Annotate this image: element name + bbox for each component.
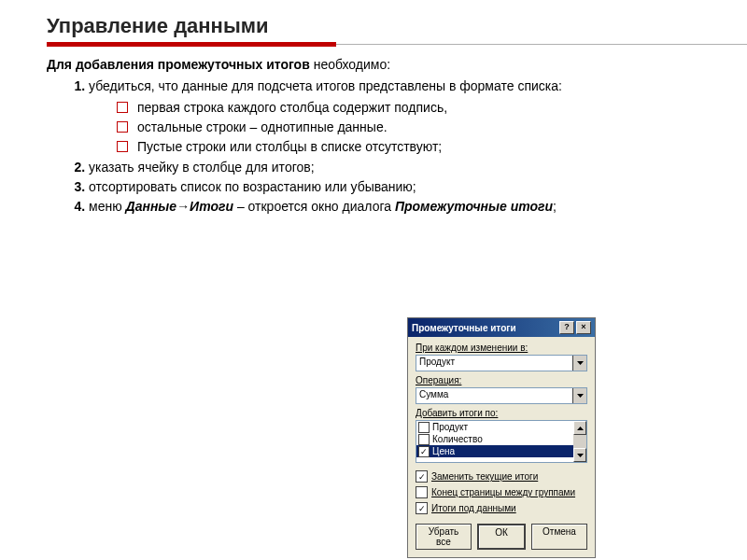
remove-all-button[interactable]: Убрать все bbox=[416, 524, 472, 550]
item4-dialog-name: Промежуточные итоги bbox=[395, 199, 553, 214]
checkbox-icon[interactable] bbox=[418, 434, 430, 445]
checkbox-pagebreak-row[interactable]: Конец страницы между группами bbox=[416, 486, 587, 498]
combo-operation-value: Сумма bbox=[416, 388, 572, 403]
label-at-change: При каждом изменении в: bbox=[416, 343, 587, 353]
item4-menu-totals: Итоги bbox=[190, 199, 233, 214]
chevron-down-icon[interactable] bbox=[573, 448, 586, 462]
checkbox-pagebreak-label: Конец страницы между группами bbox=[431, 487, 575, 497]
item4-p1: меню bbox=[89, 199, 126, 214]
list-item-label: Цена bbox=[432, 446, 455, 456]
add-totals-listbox[interactable]: Продукт Количество ✓ Цена bbox=[416, 420, 587, 463]
svg-marker-1 bbox=[577, 394, 584, 398]
cancel-button[interactable]: Отмена bbox=[531, 524, 587, 550]
slide-title: Управление данными bbox=[47, 14, 710, 38]
intro-line: Для добавления промежуточных итогов необ… bbox=[47, 56, 710, 74]
chevron-down-icon[interactable] bbox=[572, 356, 586, 371]
dialog-titlebar[interactable]: Промежуточные итоги ? × bbox=[408, 318, 595, 337]
checkbox-icon[interactable] bbox=[418, 422, 430, 433]
item4-menu-data: Данные bbox=[126, 199, 177, 214]
list-item-4: меню Данные→Итоги – откроется окно диало… bbox=[89, 198, 710, 216]
item1-text: убедиться, что данные для подсчета итого… bbox=[89, 78, 562, 93]
label-add-totals: Добавить итоги по: bbox=[416, 408, 587, 418]
sub-list-1: первая строка каждого столбца содержит п… bbox=[89, 99, 710, 156]
item4-p4: – откроется окно диалога bbox=[233, 199, 395, 214]
checkbox-icon[interactable] bbox=[416, 502, 428, 514]
checkbox-icon[interactable]: ✓ bbox=[418, 446, 430, 457]
combo-at-change[interactable]: Продукт bbox=[416, 355, 587, 371]
close-icon[interactable]: × bbox=[576, 321, 591, 334]
scrollbar[interactable] bbox=[573, 421, 586, 462]
sub-item-1b: остальные строки – однотипные данные. bbox=[117, 119, 710, 136]
checkbox-below-row[interactable]: Итоги под данными bbox=[416, 502, 587, 514]
checkbox-icon[interactable] bbox=[416, 470, 428, 483]
help-icon[interactable]: ? bbox=[559, 321, 574, 334]
combo-operation[interactable]: Сумма bbox=[416, 387, 587, 404]
chevron-up-icon[interactable] bbox=[573, 421, 586, 435]
list-item-3: отсортировать список по возрастанию или … bbox=[89, 178, 710, 196]
checkbox-replace-row[interactable]: Заменить текущие итоги bbox=[416, 470, 587, 483]
svg-marker-3 bbox=[577, 454, 584, 457]
list-item-label: Продукт bbox=[432, 422, 468, 432]
list-item-2: указать ячейку в столбце для итогов; bbox=[89, 159, 710, 176]
checkbox-icon[interactable] bbox=[416, 486, 428, 498]
checkbox-below-label: Итоги под данными bbox=[431, 503, 516, 513]
list-item[interactable]: ✓ Цена bbox=[416, 445, 586, 457]
checkbox-replace-label: Заменить текущие итоги bbox=[431, 471, 538, 482]
intro-strong: Для добавления промежуточных итогов bbox=[47, 57, 310, 72]
label-operation: Операция: bbox=[416, 375, 587, 385]
svg-marker-0 bbox=[577, 361, 584, 365]
ok-button[interactable]: ОК bbox=[477, 524, 526, 550]
sub-item-1a: первая строка каждого столбца содержит п… bbox=[117, 99, 710, 117]
chevron-down-icon[interactable] bbox=[572, 388, 586, 403]
list-item-1: убедиться, что данные для подсчета итого… bbox=[89, 77, 710, 156]
list-item-label: Количество bbox=[432, 434, 483, 444]
title-divider bbox=[47, 42, 710, 47]
combo-at-change-value: Продукт bbox=[416, 356, 572, 371]
ordered-list: убедиться, что данные для подсчета итого… bbox=[47, 77, 710, 216]
sub-item-1c: Пустые строки или столбцы в списке отсут… bbox=[117, 138, 710, 156]
item4-p6: ; bbox=[553, 199, 557, 214]
svg-marker-2 bbox=[577, 427, 584, 430]
subtotals-dialog: Промежуточные итоги ? × При каждом измен… bbox=[407, 317, 596, 558]
item4-arrow: → bbox=[176, 199, 190, 214]
list-item[interactable]: Количество bbox=[416, 433, 586, 445]
dialog-title: Промежуточные итоги bbox=[412, 323, 516, 333]
list-item[interactable]: Продукт bbox=[416, 421, 586, 433]
intro-tail: необходимо: bbox=[310, 57, 390, 72]
